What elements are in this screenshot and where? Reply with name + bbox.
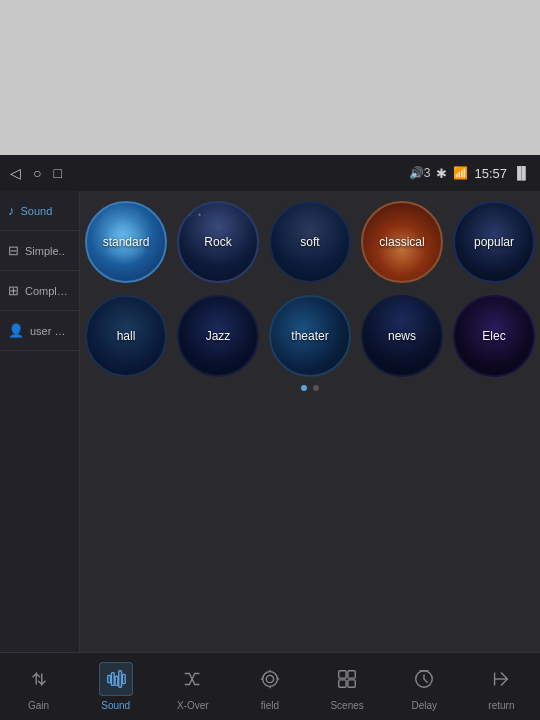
top-gray-area [0, 0, 540, 155]
sidebar-user-mod-label: user mod.. [30, 325, 71, 337]
home-icon[interactable]: ○ [33, 165, 41, 181]
simple-sidebar-icon: ⊟ [8, 243, 19, 258]
svg-point-6 [266, 675, 273, 682]
preset-theater[interactable]: theater [269, 295, 351, 377]
sound-label: Sound [101, 700, 130, 711]
gain-icon [22, 662, 56, 696]
preset-classical[interactable]: classical [361, 201, 443, 283]
preset-popular-label: popular [474, 235, 514, 249]
svg-rect-11 [339, 671, 346, 678]
toolbar-field[interactable]: field [245, 658, 295, 715]
preset-standard-label: standard [103, 235, 150, 249]
sidebar: ♪ Sound ⊟ Simple.. ⊞ Complex.. 👤 user mo… [0, 191, 80, 652]
recents-icon[interactable]: □ [53, 165, 61, 181]
field-label: field [261, 700, 279, 711]
preset-elec-label: Elec [482, 329, 505, 343]
preset-popular[interactable]: popular [453, 201, 535, 283]
svg-rect-4 [122, 674, 125, 683]
preset-rock[interactable]: Rock [177, 201, 259, 283]
preset-row-2: hall Jazz theater news Elec [90, 295, 530, 377]
toolbar-gain[interactable]: Gain [14, 658, 64, 715]
toolbar-sound[interactable]: Sound [91, 658, 141, 715]
delay-label: Delay [411, 700, 437, 711]
sidebar-item-sound[interactable]: ♪ Sound [0, 191, 79, 231]
preset-standard[interactable]: standard [85, 201, 167, 283]
sidebar-complex-label: Complex.. [25, 285, 71, 297]
svg-point-5 [263, 672, 278, 687]
preset-jazz[interactable]: Jazz [177, 295, 259, 377]
toolbar-xover[interactable]: X-Over [168, 658, 218, 715]
sidebar-item-simple[interactable]: ⊟ Simple.. [0, 231, 79, 271]
sidebar-simple-label: Simple.. [25, 245, 65, 257]
return-icon [484, 662, 518, 696]
nav-controls: ◁ ○ □ [10, 165, 62, 181]
clock: 15:57 [474, 166, 507, 181]
preset-news[interactable]: news [361, 295, 443, 377]
preset-elec[interactable]: Elec [453, 295, 535, 377]
toolbar-scenes[interactable]: Scenes [322, 658, 372, 715]
bluetooth-icon: ✱ [436, 166, 447, 181]
user-mod-sidebar-icon: 👤 [8, 323, 24, 338]
svg-rect-13 [339, 680, 346, 687]
preset-rock-label: Rock [204, 235, 231, 249]
presets-area: standard Rock soft classical popular h [80, 191, 540, 652]
pagination-dot-1[interactable] [301, 385, 307, 391]
main-content: ♪ Sound ⊟ Simple.. ⊞ Complex.. 👤 user mo… [0, 191, 540, 652]
preset-soft[interactable]: soft [269, 201, 351, 283]
bottom-toolbar: Gain Sound X-Over [0, 652, 540, 720]
sidebar-item-complex[interactable]: ⊞ Complex.. [0, 271, 79, 311]
svg-rect-3 [118, 671, 121, 688]
preset-theater-label: theater [291, 329, 328, 343]
preset-classical-label: classical [379, 235, 424, 249]
gain-label: Gain [28, 700, 49, 711]
status-indicators: 🔊3 ✱ 📶 15:57 ▐▌ [409, 166, 530, 181]
status-bar: ◁ ○ □ 🔊3 ✱ 📶 15:57 ▐▌ [0, 155, 540, 191]
preset-soft-label: soft [300, 235, 319, 249]
toolbar-delay[interactable]: Delay [399, 658, 449, 715]
preset-news-label: news [388, 329, 416, 343]
sound-sidebar-icon: ♪ [8, 203, 15, 218]
xover-label: X-Over [177, 700, 209, 711]
return-label: return [488, 700, 514, 711]
sidebar-sound-label: Sound [21, 205, 53, 217]
preset-hall-label: hall [117, 329, 136, 343]
toolbar-return[interactable]: return [476, 658, 526, 715]
svg-rect-2 [115, 676, 118, 685]
svg-rect-12 [348, 671, 355, 678]
xover-icon [176, 662, 210, 696]
battery-icon: ▐▌ [513, 166, 530, 180]
svg-rect-0 [107, 675, 110, 682]
field-icon [253, 662, 287, 696]
stereo-ui: ◁ ○ □ 🔊3 ✱ 📶 15:57 ▐▌ ♪ Sound ⊟ Simple..… [0, 155, 540, 720]
complex-sidebar-icon: ⊞ [8, 283, 19, 298]
wifi-icon: 📶 [453, 166, 468, 180]
pagination-dot-2[interactable] [313, 385, 319, 391]
scenes-label: Scenes [330, 700, 363, 711]
svg-rect-14 [348, 680, 355, 687]
pagination [90, 385, 530, 391]
preset-jazz-label: Jazz [206, 329, 231, 343]
sound-icon [99, 662, 133, 696]
back-icon[interactable]: ◁ [10, 165, 21, 181]
preset-row-1: standard Rock soft classical popular [90, 201, 530, 283]
volume-indicator: 🔊3 [409, 166, 431, 180]
preset-hall[interactable]: hall [85, 295, 167, 377]
scenes-icon [330, 662, 364, 696]
sidebar-item-user-mod[interactable]: 👤 user mod.. [0, 311, 79, 351]
delay-icon [407, 662, 441, 696]
svg-rect-1 [111, 673, 114, 686]
